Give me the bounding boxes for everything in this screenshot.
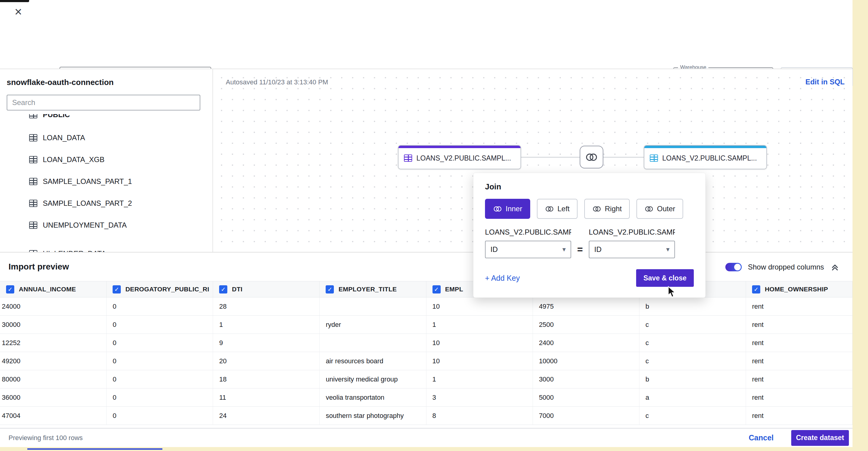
join-type-right[interactable]: Right [584, 199, 630, 219]
import-data-modal: × Data Source: ❄ Snowflake snowflake-oau… [0, 0, 852, 447]
bottom-edge-decoration [27, 448, 162, 450]
table-cell: 10 [426, 334, 533, 352]
collapse-panel-icon[interactable] [830, 262, 840, 272]
left-key-select[interactable]: ID ▾ [485, 241, 571, 258]
join-node[interactable] [580, 146, 603, 169]
table-cell: 0 [106, 352, 213, 370]
table-cell: rent [746, 352, 852, 370]
right-key-select[interactable]: ID ▾ [589, 241, 675, 258]
import-preview-header: Import preview Show dropped columns [0, 252, 852, 281]
sidebar-item-unemployment_data[interactable]: UNEMPLOYMENT_DATA [0, 214, 213, 236]
left-join-icon [545, 206, 554, 212]
sidebar-item-loan_data_xgb[interactable]: LOAN_DATA_XGB [0, 149, 213, 171]
column-checkbox[interactable]: ✓ [752, 285, 760, 294]
modal-footer: Previewing first 100 rows Cancel Create … [0, 428, 852, 447]
column-header: ✓DTI [213, 281, 319, 297]
table-icon [29, 134, 37, 142]
sidebar-item-sample_loans_part_2[interactable]: SAMPLE_LOANS_PART_2 [0, 192, 213, 214]
preview-table-body: 24000028104975brent3000001ryder12500cren… [0, 297, 852, 425]
create-dataset-button[interactable]: Create dataset [791, 430, 849, 446]
sidebar-item-sample_loans_part_1[interactable]: SAMPLE_LOANS_PART_1 [0, 171, 213, 192]
column-header-label: DTI [232, 285, 243, 293]
sidebar-item-label: SAMPLE_LOANS_PART_2 [43, 199, 132, 208]
column-checkbox[interactable]: ✓ [219, 285, 227, 294]
sidebar-table-list: LOAN_DATALOAN_DATA_XGBSAMPLE_LOANS_PART_… [0, 127, 213, 236]
table-icon [29, 178, 37, 185]
close-icon[interactable]: × [14, 5, 22, 18]
sidebar-item-partial-bottom[interactable]: UI_LENDER_DATA [0, 243, 213, 252]
add-key-link[interactable]: + Add Key [485, 274, 520, 282]
flow-canvas: Autosaved 11/10/23 at 3:13:40 PM Edit in… [213, 69, 852, 252]
table-row: 80000018university medical group13000bre… [0, 370, 852, 389]
sidebar-item-label: SAMPLE_LOANS_PART_1 [43, 177, 132, 186]
column-header: ✓HOME_OWNERSHIP [746, 281, 852, 297]
cancel-button[interactable]: Cancel [749, 433, 774, 442]
join-config-panel: Join Inner Left Right [473, 173, 706, 298]
join-panel-footer: + Add Key Save & close [485, 269, 694, 287]
sidebar-title: snowflake-oauth-connection [7, 78, 114, 87]
column-checkbox[interactable]: ✓ [6, 285, 14, 294]
table-cell: 7000 [533, 407, 640, 425]
table-cell: c [640, 315, 746, 334]
preview-row-count: Previewing first 100 rows [8, 434, 83, 442]
sidebar-item-partial-top[interactable]: PUBLIC [0, 114, 213, 125]
column-checkbox[interactable]: ✓ [432, 285, 441, 294]
table-cell: b [640, 370, 746, 388]
table-cell: 0 [106, 297, 213, 315]
preview-header-row: ✓ANNUAL_INCOME✓DEROGATORY_PUBLIC_RI✓DTI✓… [0, 281, 852, 297]
right-table-label: LOANS_V2.PUBLIC.SAMP [589, 228, 675, 236]
table-cell: 9 [213, 334, 319, 352]
table-cell: c [640, 407, 746, 425]
join-type-inner[interactable]: Inner [485, 199, 530, 219]
table-cell: ryder [319, 315, 426, 334]
edit-in-sql-link[interactable]: Edit in SQL [805, 78, 845, 86]
table-cell: 1 [426, 370, 533, 388]
sidebar: snowflake-oauth-connection PUBLIC LOAN_D… [0, 69, 213, 252]
table-cell: a [640, 389, 746, 407]
table-row: 36000011veolia transportaton35000arent [0, 389, 852, 407]
table-cell: 18 [213, 370, 319, 388]
import-preview-title: Import preview [8, 262, 69, 272]
table-cell: c [640, 334, 746, 352]
column-checkbox[interactable]: ✓ [113, 285, 121, 294]
table-cell: 20 [213, 352, 319, 370]
dataset-node-right[interactable]: LOANS_V2.PUBLIC.SAMPL... [644, 145, 767, 169]
table-cell: c [640, 352, 746, 370]
table-cell: 0 [106, 315, 213, 334]
dataset-node-left[interactable]: LOANS_V2.PUBLIC.SAMPL... [398, 145, 521, 169]
autosave-status: Autosaved 11/10/23 at 3:13:40 PM [226, 78, 328, 86]
table-cell: 3000 [533, 370, 640, 388]
column-header-label: HOME_OWNERSHIP [765, 285, 828, 293]
table-cell: 24 [213, 407, 319, 425]
top-edge-decoration [0, 0, 29, 2]
table-icon [29, 221, 37, 229]
table-cell: rent [746, 407, 852, 425]
save-close-button[interactable]: Save & close [636, 269, 694, 287]
table-cell: 0 [106, 407, 213, 425]
table-cell: 30000 [0, 315, 106, 334]
table-cell: 10 [426, 352, 533, 370]
join-panel-title: Join [485, 182, 694, 191]
column-checkbox[interactable]: ✓ [326, 285, 334, 294]
show-dropped-label: Show dropped columns [748, 263, 824, 271]
table-cell: 36000 [0, 389, 106, 407]
table-cell: 4975 [533, 297, 640, 315]
schema-icon [29, 114, 37, 118]
screen: × Data Source: ❄ Snowflake snowflake-oau… [0, 0, 868, 451]
join-type-left[interactable]: Left [537, 199, 578, 219]
join-type-outer[interactable]: Outer [637, 199, 683, 219]
show-dropped-toggle[interactable] [725, 263, 742, 271]
table-cell: 2500 [533, 315, 640, 334]
table-cell: 1 [426, 315, 533, 334]
table-icon [650, 154, 658, 162]
table-cell: 0 [106, 370, 213, 388]
sidebar-item-loan_data[interactable]: LOAN_DATA [0, 127, 213, 149]
table-row: 3000001ryder12500crent [0, 315, 852, 334]
join-venn-icon [585, 153, 598, 161]
column-header: ✓EMPLOYER_TITLE [319, 281, 426, 297]
table-cell: rent [746, 389, 852, 407]
search-input[interactable] [7, 95, 200, 111]
sidebar-item-label: LOAN_DATA [43, 133, 85, 142]
preview-controls: Show dropped columns [725, 252, 840, 282]
table-cell: 10 [426, 297, 533, 315]
